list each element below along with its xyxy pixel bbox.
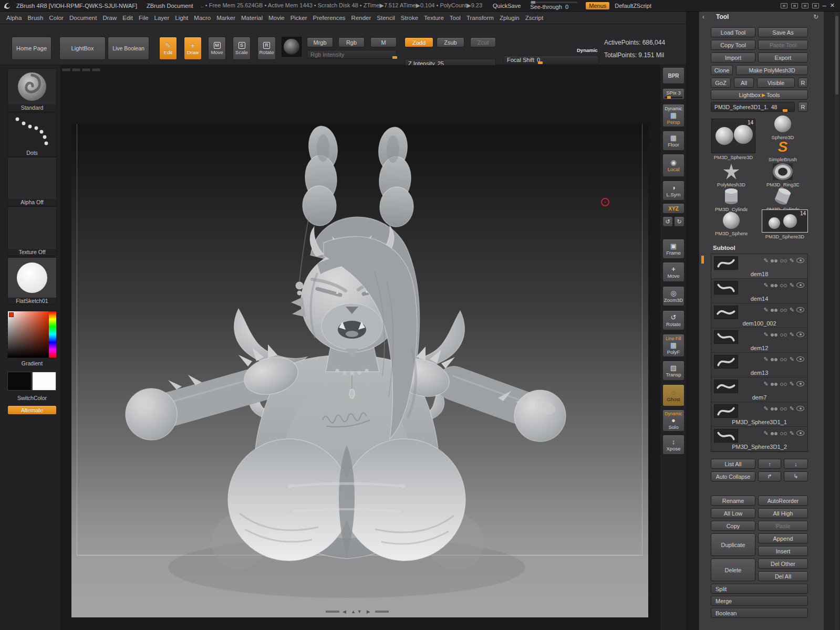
document-viewport[interactable]: ◀ ▲▼ ▶ [71,124,648,617]
visibility-eye-icon[interactable] [796,332,804,337]
main-color-swatch[interactable] [7,372,32,391]
paint-toggle-icon[interactable] [771,405,778,412]
tool-item[interactable]: PolyMesh3D [715,163,748,187]
split-section[interactable]: Split [711,584,808,594]
subtool-item[interactable]: ✎ ✎ dem13 [711,353,807,377]
subtool-down-button[interactable]: ↓ [784,459,808,469]
rotate-button[interactable]: R Rotate [257,37,276,60]
export-button[interactable]: Export [758,52,808,62]
stylus-icon[interactable] [781,3,787,8]
uv-toggle-icon[interactable] [780,430,787,436]
del-other-button[interactable]: Del Other [758,559,808,569]
canvas-scroll-ticks[interactable] [62,66,102,72]
move-canvas-button[interactable]: + Move [662,262,685,282]
visibility-eye-icon[interactable] [796,282,804,288]
uv-toggle-icon[interactable] [780,282,787,288]
edit-button[interactable]: ✎ Edit [159,37,177,60]
persp-button[interactable]: Dynamic ▦ Persp [662,104,685,127]
color-picker[interactable] [7,311,57,358]
menu-item[interactable]: Preferences [313,15,346,21]
duplicate-button[interactable]: Duplicate [711,533,755,556]
menu-item[interactable]: Color [49,15,63,21]
current-material-thumbnail[interactable] [282,37,302,57]
menu-item[interactable]: File [139,15,149,21]
panel-scrollbar[interactable] [835,12,839,630]
rgb-intensity-handle[interactable] [392,56,397,59]
ghost-button[interactable]: ◌ Ghost [662,384,685,406]
local-button[interactable]: ◉ Local [662,154,685,177]
move-branch-down-button[interactable]: ↳ [784,471,808,481]
nav-right-icon[interactable]: ▶ [367,609,372,614]
visibility-eye-icon[interactable] [796,430,804,436]
import-button[interactable]: Import [711,52,755,62]
menu-item[interactable]: Brush [27,15,43,21]
paint-toggle-icon[interactable] [771,356,778,362]
draw-button[interactable]: + Draw [184,37,202,60]
boolean-section[interactable]: Boolean [711,608,808,618]
tool-item[interactable]: PM3D_Cylinder3 [715,187,748,212]
rgb-button[interactable]: Rgb [338,37,365,47]
autoreorder-button[interactable]: AutoReorder [758,496,808,506]
delete-button[interactable]: Delete [711,559,755,581]
saturation-area[interactable] [8,311,49,358]
lightbox-button[interactable]: LightBox [59,37,106,60]
polypaint-brush-icon[interactable]: ✎ [764,332,769,338]
all-high-button[interactable]: All High [758,508,808,518]
bpr-button[interactable]: BPR [662,67,685,84]
visibility-eye-icon[interactable] [796,381,804,386]
visibility-eye-icon[interactable] [796,406,804,411]
menu-item[interactable]: Material [241,15,263,21]
frame-button[interactable]: ▣ Frame [662,239,685,259]
subtool-item[interactable]: ✎ ✎ dem14 [711,279,807,303]
tool-slider-handle[interactable] [783,109,787,112]
record-target-icon[interactable] [601,198,609,206]
panel-divider[interactable] [686,12,699,630]
merge-section[interactable]: Merge [711,596,808,606]
subtool-title[interactable]: Subtool [713,245,735,251]
polypaint-brush-icon[interactable]: ✎ [764,258,769,264]
panel-collapse-icon[interactable]: ‹ [702,13,704,20]
secondary-color-swatch[interactable] [32,372,56,391]
insert-button[interactable]: Insert [758,546,808,556]
canvas-nav-marks[interactable]: ◀ ▲▼ ▶ [326,609,389,614]
move-branch-up-button[interactable]: ↱ [758,471,781,481]
spix-slider[interactable]: SPix 3 [662,88,685,100]
all-low-button[interactable]: All Low [711,508,755,518]
polypaint-brush-icon[interactable]: ✎ [764,307,769,313]
make-polymesh3d-button[interactable]: Make PolyMesh3D [736,65,808,75]
move-button[interactable]: M Move [208,37,226,60]
paint-toggle-icon[interactable] [771,257,778,264]
subtool-item[interactable]: ✎ ✎ PM3D_Sphere3D1_1 [711,402,807,427]
visibility-eye-icon[interactable] [796,307,804,312]
subtool-item[interactable]: ✎ ✎ dem18 [711,254,807,279]
focal-shift-handle[interactable] [538,61,543,64]
goz-visible-button[interactable]: Visible [757,78,795,88]
zadd-button[interactable]: Zadd [405,37,433,47]
zcut-button[interactable]: Zcut [470,37,496,47]
polypaint-brush-icon[interactable]: ✎ [764,406,769,412]
solo-button[interactable]: Dynamic ● Solo [662,410,685,432]
current-stroke-cell[interactable]: Dots [7,112,57,157]
menu-item[interactable]: Document [69,15,97,21]
tool-item[interactable]: PM3D_Ring3D2 [766,163,799,187]
tool-r-button[interactable]: R [798,102,808,112]
uv-toggle-icon[interactable] [780,381,787,387]
display-icon[interactable] [802,3,808,8]
subtool-item[interactable]: ✎ ✎ dem100_002 [711,303,807,328]
save-as-button[interactable]: Save As [758,27,808,37]
lsym-button[interactable]: ◑ L.Sym [662,181,685,201]
edit-pen-icon[interactable]: ✎ [790,258,794,264]
visibility-eye-icon[interactable] [796,356,804,362]
nav-left-icon[interactable]: ◀ [343,609,348,614]
del-all-button[interactable]: Del All [758,571,808,581]
subtool-item[interactable]: ✎ ✎ dem7 [711,377,807,402]
menu-item[interactable]: Alpha [6,15,22,21]
pivot-ccw-button[interactable]: ↺ [662,216,673,227]
tool-item[interactable]: Sphere3D [766,114,799,140]
home-page-button[interactable]: Home Page [12,37,51,60]
menu-item[interactable]: Picker [291,15,307,21]
current-brush-cell[interactable]: Standard [7,68,57,112]
rotate-canvas-button[interactable]: ↺ Rotate [662,310,685,330]
pivot-cw-button[interactable]: ↻ [674,216,685,227]
edit-pen-icon[interactable]: ✎ [790,307,794,313]
